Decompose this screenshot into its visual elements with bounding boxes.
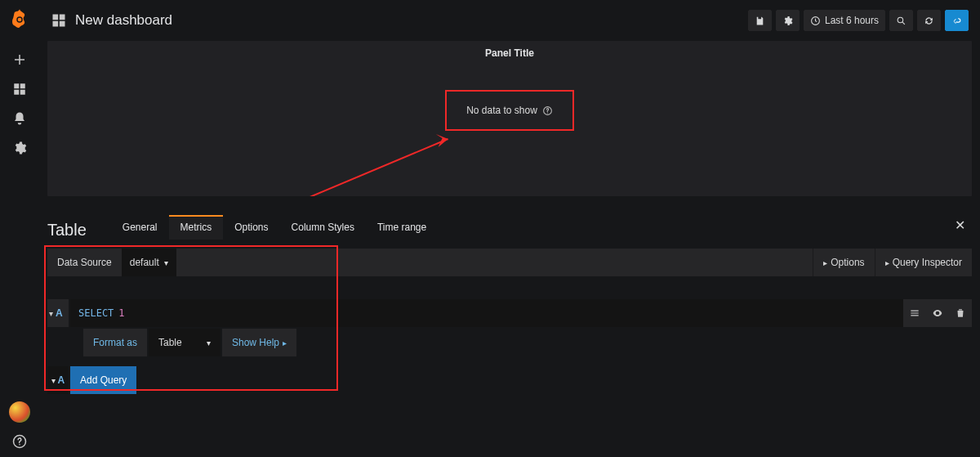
add-query-row: ▾ A Add Query <box>47 366 972 394</box>
top-bar: New dashboard Last 6 hours <box>39 0 980 41</box>
clock-icon <box>810 16 821 26</box>
svg-point-7 <box>547 112 548 113</box>
datasource-value: default <box>130 257 159 268</box>
tab-general[interactable]: General <box>111 215 169 240</box>
query-options-button[interactable]: Options <box>813 249 874 276</box>
datasource-row: Data Source default ▾ Options Query Insp… <box>47 249 972 276</box>
trash-icon <box>955 307 966 319</box>
add-query-button[interactable]: Add Query <box>70 366 136 394</box>
format-as-select[interactable]: Table ▾ <box>149 329 220 356</box>
settings-button[interactable] <box>776 10 800 31</box>
datasource-select[interactable]: default ▾ <box>122 249 176 276</box>
dashboards-icon[interactable] <box>12 82 27 96</box>
format-as-label: Format as <box>83 329 147 356</box>
query-row-tools <box>903 299 972 327</box>
query-editor-region: Data Source default ▾ Options Query Insp… <box>47 249 972 394</box>
tab-column-styles[interactable]: Column Styles <box>280 215 366 240</box>
config-gear-icon[interactable] <box>12 141 27 155</box>
refresh-button[interactable] <box>917 10 941 31</box>
editor-tabs: General Metrics Options Column Styles Ti… <box>111 215 438 240</box>
left-nav-rail <box>0 0 39 457</box>
save-icon <box>755 16 765 26</box>
add-query-letter: A <box>58 374 65 386</box>
time-range-button[interactable]: Last 6 hours <box>804 10 885 31</box>
chevron-down-icon: ▾ <box>49 309 53 318</box>
chevron-down-icon: ▾ <box>207 338 211 347</box>
zoom-icon <box>896 16 906 26</box>
tab-time-range[interactable]: Time range <box>366 215 438 240</box>
save-dashboard-button[interactable] <box>748 10 772 31</box>
query-toggle-visibility-button[interactable] <box>926 299 949 327</box>
zoom-out-button[interactable] <box>889 10 913 31</box>
panel-title[interactable]: Panel Title <box>47 41 972 59</box>
chevron-down-icon: ▾ <box>164 258 168 267</box>
add-icon[interactable] <box>12 52 27 67</box>
help-circle-icon[interactable] <box>542 105 553 116</box>
close-editor-button[interactable]: ✕ <box>948 211 972 240</box>
back-button[interactable] <box>945 10 969 31</box>
no-data-callout: No data to show <box>445 90 574 131</box>
help-icon[interactable] <box>12 434 27 449</box>
refresh-icon <box>924 16 934 26</box>
add-query-handle[interactable]: ▾ A <box>47 366 69 394</box>
time-range-label: Last 6 hours <box>825 15 879 26</box>
dashboard-title-wrap[interactable]: New dashboard <box>51 12 172 29</box>
dashboard-title: New dashboard <box>75 12 172 29</box>
svg-point-3 <box>19 444 20 446</box>
svg-point-5 <box>898 17 903 23</box>
query-inspector-button[interactable]: Query Inspector <box>875 249 972 276</box>
dashboard-icon <box>51 12 67 29</box>
format-as-value: Table <box>158 337 182 348</box>
query-text-input[interactable]: SELECT 1 <box>70 299 903 327</box>
menu-icon <box>909 307 920 319</box>
grafana-logo[interactable] <box>8 8 31 31</box>
show-help-button[interactable]: Show Help <box>222 329 296 356</box>
editor-header: Table General Metrics Options Column Sty… <box>47 209 972 240</box>
query-format-row: Format as Table ▾ Show Help <box>47 329 972 356</box>
sql-literal: 1 <box>118 307 124 319</box>
datasource-label: Data Source <box>47 249 122 276</box>
eye-icon <box>932 307 943 319</box>
svg-point-1 <box>18 18 22 22</box>
query-letter: A <box>56 307 67 319</box>
panel-type-label[interactable]: Table <box>47 221 87 240</box>
query-row: ▾ A SELECT 1 <box>47 299 972 327</box>
tab-metrics[interactable]: Metrics <box>169 215 224 240</box>
gear-icon <box>782 16 793 26</box>
query-delete-button[interactable] <box>949 299 972 327</box>
user-avatar[interactable] <box>9 401 30 423</box>
sql-keyword: SELECT <box>78 307 114 319</box>
tab-options[interactable]: Options <box>223 215 279 240</box>
panel-preview: Panel Title No data to show <box>47 41 972 196</box>
chevron-down-icon: ▾ <box>51 376 56 385</box>
back-arrow-icon <box>951 16 962 26</box>
no-data-text: No data to show <box>466 105 537 116</box>
alerting-icon[interactable] <box>12 111 27 126</box>
query-collapse-handle[interactable]: ▾ A <box>47 299 69 327</box>
query-menu-button[interactable] <box>903 299 926 327</box>
